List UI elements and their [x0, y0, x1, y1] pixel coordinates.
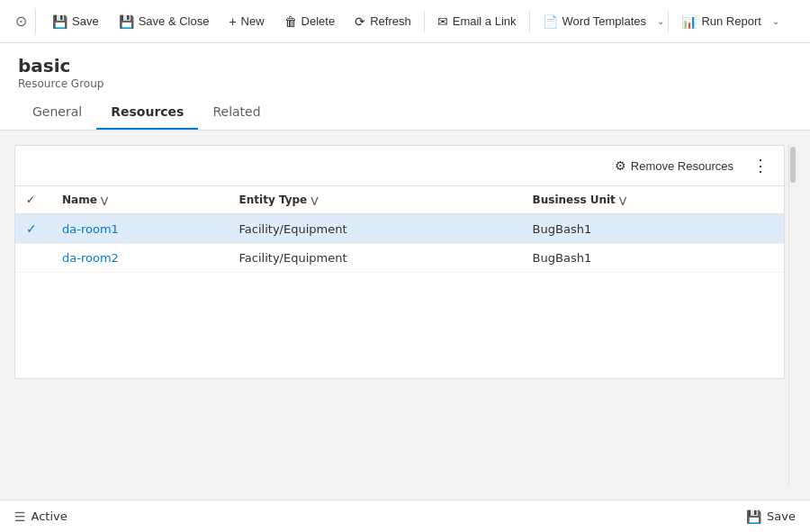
save-label: Save [72, 14, 99, 28]
toolbar-separator-1 [424, 11, 425, 32]
toolbar-separator-3 [668, 11, 669, 32]
table-header-row: ✓ Name ⋁ Entity Type [15, 186, 784, 214]
col-header-entity-type[interactable]: Entity Type ⋁ [229, 186, 522, 214]
status-label: Active [32, 509, 68, 523]
resources-grid: ⚙ Remove Resources ⋮ ✓ [14, 145, 785, 379]
col-header-business-unit[interactable]: Business Unit ⋁ [522, 186, 784, 214]
refresh-icon: ⟳ [355, 14, 365, 29]
row-name-cell: da-room2 [51, 244, 229, 273]
name-sort-icon: ⋁ [101, 195, 108, 205]
status-icon: ☰ [14, 509, 26, 524]
row-entity-type-cell: Facility/Equipment [229, 244, 522, 273]
row-check-cell: ✓ [15, 214, 51, 244]
col-header-check: ✓ [15, 186, 51, 214]
table-row[interactable]: ✓da-room1Facility/EquipmentBugBash1 [15, 214, 784, 244]
main-area: ⚙ Remove Resources ⋮ ✓ [0, 131, 810, 500]
delete-button[interactable]: 🗑 Delete [275, 9, 345, 34]
resources-table: ✓ Name ⋁ Entity Type [15, 186, 784, 273]
refresh-label: Refresh [370, 14, 411, 28]
delete-label: Delete [302, 14, 336, 28]
row-business-unit-cell: BugBash1 [522, 214, 784, 244]
more-icon: ⋮ [752, 156, 769, 176]
run-report-label: Run Report [701, 14, 760, 28]
row-name-cell: da-room1 [51, 214, 229, 244]
status-bar: ☰ Active 💾 Save [0, 500, 810, 532]
word-templates-button[interactable]: 📄 Word Templates [534, 9, 655, 34]
tabs: General Resources Related [18, 97, 792, 130]
run-report-group: 📊 Run Report ⌄ [672, 9, 779, 34]
email-icon: ✉ [437, 14, 448, 29]
save-icon: 💾 [52, 14, 68, 29]
status-save-icon: 💾 [746, 509, 761, 524]
remove-resources-label: Remove Resources [631, 159, 734, 173]
business-unit-sort-icon: ⋁ [619, 195, 626, 205]
run-report-chevron[interactable]: ⌄ [772, 16, 779, 26]
remove-resources-button[interactable]: ⚙ Remove Resources [608, 155, 741, 176]
tab-general[interactable]: General [18, 97, 96, 130]
row-entity-type-cell: Facility/Equipment [229, 214, 522, 244]
back-button[interactable]: ⊙ [7, 7, 36, 36]
save-close-button[interactable]: 💾 Save & Close [110, 9, 219, 34]
new-label: New [241, 14, 265, 28]
row-name-link[interactable]: da-room2 [62, 251, 119, 265]
table-row[interactable]: da-room2Facility/EquipmentBugBash1 [15, 244, 784, 273]
status-save-button[interactable]: 💾 Save [746, 509, 796, 524]
word-templates-label: Word Templates [562, 14, 646, 28]
record-subtitle: Resource Group [18, 77, 792, 90]
word-templates-icon: 📄 [543, 14, 558, 29]
new-icon: + [229, 14, 236, 29]
tab-resources[interactable]: Resources [96, 97, 198, 130]
save-button[interactable]: 💾 Save [43, 9, 108, 34]
save-close-label: Save & Close [139, 14, 210, 28]
status-text: ☰ Active [14, 509, 68, 524]
table-body: ✓da-room1Facility/EquipmentBugBash1da-ro… [15, 214, 784, 273]
back-icon: ⊙ [15, 13, 27, 30]
remove-resources-icon: ⚙ [615, 158, 626, 173]
email-link-label: Email a Link [453, 14, 517, 28]
grid-table: ✓ Name ⋁ Entity Type [15, 186, 784, 378]
row-business-unit-cell: BugBash1 [522, 244, 784, 273]
col-header-name[interactable]: Name ⋁ [51, 186, 229, 214]
new-button[interactable]: + New [220, 9, 273, 34]
scroll-indicator[interactable] [788, 145, 796, 485]
grid-more-button[interactable]: ⋮ [748, 153, 773, 178]
word-templates-chevron[interactable]: ⌄ [657, 16, 664, 26]
grid-toolbar: ⚙ Remove Resources ⋮ [15, 146, 784, 186]
row-check-cell [15, 244, 51, 273]
tab-related[interactable]: Related [198, 97, 274, 130]
email-link-button[interactable]: ✉ Email a Link [428, 9, 526, 34]
entity-type-sort-icon: ⋁ [310, 195, 318, 205]
toolbar: ⊙ 💾 Save 💾 Save & Close + New 🗑 Delete ⟳… [0, 0, 810, 43]
toolbar-separator-2 [529, 11, 530, 32]
row-check-mark: ✓ [26, 221, 37, 236]
run-report-icon: 📊 [681, 14, 697, 29]
status-save-label: Save [767, 509, 796, 523]
delete-icon: 🗑 [284, 14, 297, 29]
header-check-icon: ✓ [26, 194, 35, 206]
page-content: basic Resource Group General Resources R… [0, 43, 810, 500]
record-header: basic Resource Group General Resources R… [0, 43, 810, 131]
record-title: basic [18, 54, 792, 77]
row-name-link[interactable]: da-room1 [62, 222, 119, 236]
run-report-button[interactable]: 📊 Run Report [672, 9, 770, 34]
refresh-button[interactable]: ⟳ Refresh [346, 9, 420, 34]
word-templates-group: 📄 Word Templates ⌄ [534, 9, 665, 34]
save-close-icon: 💾 [119, 14, 134, 29]
